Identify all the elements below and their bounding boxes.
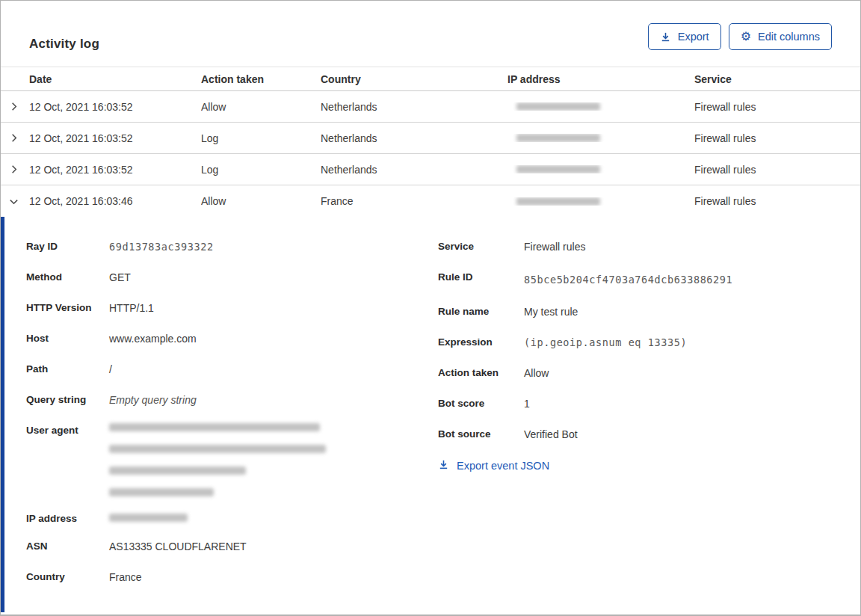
field-label: User agent xyxy=(26,423,109,496)
cell-country: Netherlands xyxy=(321,164,507,176)
field-value: Empty query string xyxy=(109,392,197,408)
detail-field-host: Host www.example.com xyxy=(26,331,434,347)
cell-service: Firewall rules xyxy=(694,195,860,207)
detail-left-column: Ray ID 69d13783ac393322 Method GET HTTP … xyxy=(26,239,434,612)
detail-field-expression: Expression (ip.geoip.asnum eq 13335) xyxy=(438,335,853,351)
field-value: 69d13783ac393322 xyxy=(109,239,214,255)
detail-field-bot-source: Bot source Verified Bot xyxy=(438,427,853,443)
cell-date: 12 Oct, 2021 16:03:52 xyxy=(29,101,201,113)
collapse-chevron-down-icon[interactable] xyxy=(1,196,29,207)
detail-field-path: Path / xyxy=(26,362,434,378)
field-value: HTTP/1.1 xyxy=(109,301,154,316)
column-header-country: Country xyxy=(321,73,507,85)
field-value: 1 xyxy=(524,396,530,412)
field-label: Country xyxy=(26,570,109,585)
edit-columns-button-label: Edit columns xyxy=(758,31,820,43)
detail-right-column: Service Firewall rules Rule ID 85bce5b20… xyxy=(434,239,853,612)
field-value: (ip.geoip.asnum eq 13335) xyxy=(524,335,687,351)
field-label: Method xyxy=(26,270,109,286)
event-detail-panel: Ray ID 69d13783ac393322 Method GET HTTP … xyxy=(1,217,860,612)
cell-action: Allow xyxy=(201,101,321,113)
field-value: www.example.com xyxy=(109,331,197,347)
field-value: GET xyxy=(109,270,131,286)
detail-field-rule-id: Rule ID 85bce5b204cf4703a764dcb633886291 xyxy=(438,270,853,289)
cell-service: Firewall rules xyxy=(694,132,860,144)
topbar: Activity log Export ⚙︎ Edit columns xyxy=(1,1,860,67)
detail-field-ip-address: IP address xyxy=(26,511,434,524)
field-label: Expression xyxy=(438,335,524,351)
download-icon xyxy=(660,31,671,43)
detail-field-bot-score: Bot score 1 xyxy=(438,396,853,412)
export-event-json-link[interactable]: Export event JSON xyxy=(438,459,549,472)
column-header-ip: IP address xyxy=(507,73,694,85)
field-value: Firewall rules xyxy=(524,239,585,255)
detail-field-http-version: HTTP Version HTTP/1.1 xyxy=(26,301,434,316)
cell-ip-redacted xyxy=(507,102,694,111)
field-value: Verified Bot xyxy=(524,427,578,443)
field-value: France xyxy=(109,570,142,585)
table-header-row: Date Action taken Country IP address Ser… xyxy=(1,67,860,91)
cell-ip-redacted xyxy=(507,165,694,173)
field-value: / xyxy=(109,362,112,378)
expand-chevron-right-icon[interactable] xyxy=(1,132,29,144)
cell-country: France xyxy=(321,195,507,207)
table-row[interactable]: 12 Oct, 2021 16:03:52 Log Netherlands Fi… xyxy=(1,154,860,185)
cell-ip-redacted xyxy=(507,134,694,142)
detail-field-method: Method GET xyxy=(26,270,434,286)
edit-columns-button[interactable]: ⚙︎ Edit columns xyxy=(729,23,832,50)
table-row[interactable]: 12 Oct, 2021 16:03:52 Allow Netherlands … xyxy=(1,91,860,123)
cell-action: Log xyxy=(201,164,321,176)
detail-field-query-string: Query string Empty query string xyxy=(26,392,434,408)
detail-field-rule-name: Rule name My test rule xyxy=(438,304,853,320)
expand-chevron-right-icon[interactable] xyxy=(1,101,29,112)
field-value: AS13335 CLOUDFLARENET xyxy=(109,539,247,555)
cell-action: Log xyxy=(201,132,321,144)
field-value: Allow xyxy=(524,366,549,381)
field-value: 85bce5b204cf4703a764dcb633886291 xyxy=(524,270,732,289)
export-button-label: Export xyxy=(678,31,709,43)
field-label: Service xyxy=(438,239,524,255)
column-header-action: Action taken xyxy=(201,73,321,85)
cell-action: Allow xyxy=(201,195,321,207)
detail-field-ray-id: Ray ID 69d13783ac393322 xyxy=(26,239,434,255)
field-label: Action taken xyxy=(438,366,524,381)
field-label: IP address xyxy=(26,511,109,524)
export-button[interactable]: Export xyxy=(648,23,721,50)
table-row[interactable]: 12 Oct, 2021 16:03:52 Log Netherlands Fi… xyxy=(1,123,860,154)
cell-service: Firewall rules xyxy=(694,164,860,176)
field-label: Query string xyxy=(26,392,109,408)
cell-date: 12 Oct, 2021 16:03:52 xyxy=(29,132,201,144)
cell-date: 12 Oct, 2021 16:03:52 xyxy=(29,164,201,176)
field-label: Rule name xyxy=(438,304,524,320)
field-value-redacted xyxy=(109,511,188,524)
detail-field-asn: ASN AS13335 CLOUDFLARENET xyxy=(26,539,434,555)
field-label: Path xyxy=(26,362,109,378)
field-label: ASN xyxy=(26,539,109,555)
cell-ip-redacted xyxy=(507,197,694,206)
field-label: HTTP Version xyxy=(26,301,109,316)
field-label: Host xyxy=(26,331,109,347)
column-header-date: Date xyxy=(29,73,201,85)
page-title: Activity log xyxy=(29,37,99,52)
gear-icon: ⚙︎ xyxy=(741,31,751,43)
detail-field-service: Service Firewall rules xyxy=(438,239,853,255)
field-label: Bot source xyxy=(438,427,524,443)
export-event-json-label: Export event JSON xyxy=(457,460,549,472)
table-row-expanded[interactable]: 12 Oct, 2021 16:03:46 Allow France Firew… xyxy=(1,185,860,217)
column-header-service: Service xyxy=(694,73,860,85)
field-value: My test rule xyxy=(524,304,578,320)
expand-chevron-right-icon[interactable] xyxy=(1,164,29,175)
detail-field-user-agent: User agent xyxy=(26,423,434,496)
field-label: Rule ID xyxy=(438,270,524,289)
detail-field-country: Country France xyxy=(26,570,434,585)
field-label: Bot score xyxy=(438,396,524,412)
cell-country: Netherlands xyxy=(321,132,507,144)
field-value-redacted xyxy=(109,423,326,496)
download-icon xyxy=(438,459,449,472)
cell-service: Firewall rules xyxy=(694,101,860,113)
activity-log-window: Activity log Export ⚙︎ Edit columns Date… xyxy=(0,0,861,616)
cell-country: Netherlands xyxy=(321,101,507,113)
field-label: Ray ID xyxy=(26,239,109,255)
toolbar: Export ⚙︎ Edit columns xyxy=(648,23,832,50)
cell-date: 12 Oct, 2021 16:03:46 xyxy=(29,195,201,207)
